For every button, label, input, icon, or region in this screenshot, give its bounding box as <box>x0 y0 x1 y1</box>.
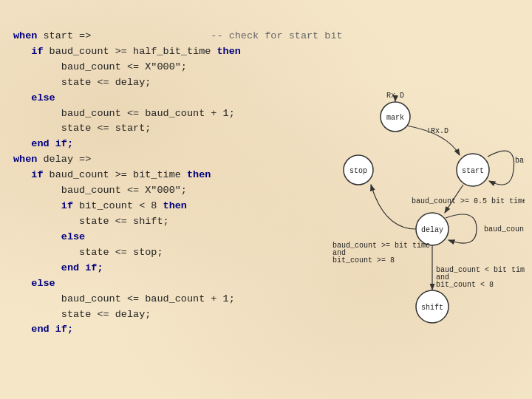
line-14: else <box>13 231 85 242</box>
line-20: end if; <box>13 324 73 335</box>
line-5: else <box>13 92 55 103</box>
line-6: baud_count <= baud_count + 1; <box>13 108 235 119</box>
line-16: end if; <box>13 262 103 273</box>
baud-ge-bit-count-label: baud_count >= bit time <box>332 242 430 250</box>
svg-text:bit_count < 8: bit_count < 8 <box>436 281 494 289</box>
line-12: if bit_count < 8 then <box>13 200 187 211</box>
line-10: if baud_count >= bit_time then <box>13 169 211 180</box>
line-4: state <= delay; <box>13 77 151 88</box>
baud-ge-05-label: baud_count >= 0.5 bit time <box>412 197 525 205</box>
start-label: start <box>462 167 484 175</box>
line-3: baud_count <= X"000"; <box>13 61 187 72</box>
line-17: else <box>13 278 55 289</box>
mark-label: mark <box>386 114 404 122</box>
line-15: state <= stop; <box>13 247 163 258</box>
line-7: state <= start; <box>13 123 151 134</box>
stop-label: stop <box>349 167 367 175</box>
shift-label: shift <box>421 304 443 312</box>
delay-self-arrow <box>446 214 477 243</box>
code-block: when start => -- check for start bit if … <box>13 13 343 338</box>
line-1: when start => -- check for start bit <box>13 30 343 41</box>
baud-lt-bit-label: baud_count < bit time <box>484 225 525 233</box>
line-9: when delay => <box>13 154 91 165</box>
line-19: state <= delay; <box>13 309 151 320</box>
rxd-label: Rx.D <box>386 92 404 100</box>
svg-text:bit_count >= 8: bit_count >= 8 <box>332 256 395 265</box>
delay-label: delay <box>421 226 443 234</box>
line-18: baud_count <= baud_count + 1; <box>13 293 235 304</box>
line-8: end if; <box>13 138 73 149</box>
baud-lt-05-label: baud_count < 0.5 bit time <box>515 157 525 165</box>
line-11: baud_count <= X"000"; <box>13 185 187 196</box>
line-2: if baud_count >= half_bit_time then <box>13 46 241 57</box>
line-13: state <= shift; <box>13 216 169 227</box>
state-diagram: mark Rx.D start stop delay shift !Rx.D b… <box>318 89 525 332</box>
delay-to-stop-arrow <box>371 185 416 229</box>
not-rxd-label: !Rx.D <box>426 127 449 135</box>
start-self-arrow <box>488 151 514 185</box>
